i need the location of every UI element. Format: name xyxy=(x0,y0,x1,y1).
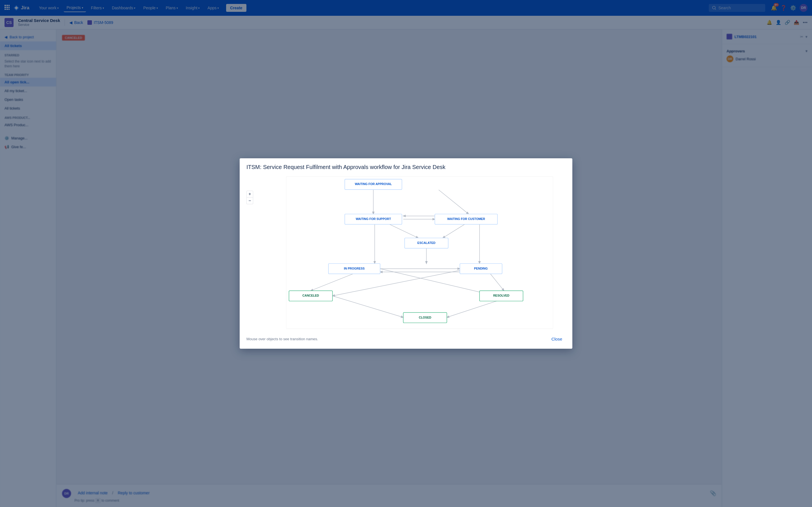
svg-text:IN PROGRESS: IN PROGRESS xyxy=(344,267,365,270)
svg-text:ESCALATED: ESCALATED xyxy=(417,241,435,244)
node-canceled[interactable]: CANCELED xyxy=(289,291,333,301)
node-escalated[interactable]: ESCALATED xyxy=(405,238,448,248)
workflow-svg: WAITING FOR APPROVAL WAITING FOR SUPPORT… xyxy=(246,174,566,332)
workflow-modal: ITSM: Service Request Fulfilment with Ap… xyxy=(240,158,572,349)
node-resolved[interactable]: RESOLVED xyxy=(479,291,523,301)
modal-body: + − xyxy=(240,174,572,332)
svg-line-12 xyxy=(439,190,469,214)
svg-line-15 xyxy=(390,224,418,238)
node-waiting-customer[interactable]: WAITING FOR CUSTOMER xyxy=(435,214,497,224)
modal-title: ITSM: Service Request Fulfilment with Ap… xyxy=(246,164,566,170)
node-waiting-approval[interactable]: WAITING FOR APPROVAL xyxy=(345,179,402,189)
node-waiting-support[interactable]: WAITING FOR SUPPORT xyxy=(345,214,402,224)
node-pending[interactable]: PENDING xyxy=(460,264,502,274)
svg-text:PENDING: PENDING xyxy=(474,267,488,270)
node-in-progress[interactable]: IN PROGRESS xyxy=(328,264,380,274)
svg-text:CLOSED: CLOSED xyxy=(419,316,432,319)
svg-text:WAITING FOR CUSTOMER: WAITING FOR CUSTOMER xyxy=(447,217,485,221)
node-closed[interactable]: CLOSED xyxy=(403,313,447,323)
workflow-diagram: WAITING FOR APPROVAL WAITING FOR SUPPORT… xyxy=(246,174,566,332)
svg-rect-46 xyxy=(286,177,553,329)
svg-line-24 xyxy=(490,274,504,291)
modal-header: ITSM: Service Request Fulfilment with Ap… xyxy=(240,158,572,174)
svg-text:WAITING FOR SUPPORT: WAITING FOR SUPPORT xyxy=(356,217,391,221)
svg-line-25 xyxy=(333,296,403,318)
svg-text:RESOLVED: RESOLVED xyxy=(493,294,509,297)
svg-text:CANCELED: CANCELED xyxy=(303,294,319,297)
svg-line-16 xyxy=(443,224,464,238)
modal-footer: Mouse over objects to see transition nam… xyxy=(240,332,572,349)
svg-text:WAITING FOR APPROVAL: WAITING FOR APPROVAL xyxy=(355,182,392,186)
modal-hint: Mouse over objects to see transition nam… xyxy=(246,337,318,341)
modal-close-button[interactable]: Close xyxy=(548,335,566,343)
svg-line-22 xyxy=(311,274,353,291)
